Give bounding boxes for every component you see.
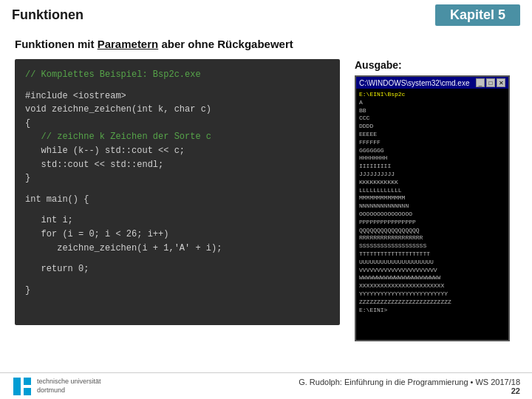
terminal-output-line: QQQQQQQQQQQQQQQQQ [359, 227, 505, 235]
tu-name: technische universität dortmund [37, 378, 101, 395]
terminal-footer-path: E:\EINI> [359, 307, 505, 315]
code-line: } [25, 284, 330, 298]
terminal-output-line: PPPPPPPPPPPPPPPP [359, 219, 505, 227]
terminal-title: C:\WINDOWS\system32\cmd.exe [359, 79, 469, 87]
code-line: int i; [25, 214, 330, 228]
tu-name-line1: technische universität [37, 378, 101, 386]
code-line: { [25, 117, 330, 131]
code-line: while (k--) std::cout << c; [25, 144, 330, 158]
terminal-output-line: UUUUUUUUUUUUUUUUUUUUU [359, 259, 505, 267]
tu-logo-icon [12, 376, 33, 397]
terminal-window: C:\WINDOWS\system32\cmd.exe _ □ ✕ E:\EIN… [355, 75, 510, 341]
right-panel: Ausgabe: C:\WINDOWS\system32\cmd.exe _ □… [355, 59, 517, 341]
terminal-output-line: OOOOOOOOOOOOOOO [359, 211, 505, 219]
page-title: Funktionen [12, 7, 83, 23]
terminal-output-line: YYYYYYYYYYYYYYYYYYYYYYYYY [359, 290, 505, 299]
footer-bar: technische universität dortmund G. Rudol… [0, 372, 532, 399]
terminal-output-line: GGGGGGG [359, 147, 505, 155]
terminal-path: E:\EINI\Bsp2c [359, 91, 405, 98]
terminal-output-line: XXXXXXXXXXXXXXXXXXXXXXXX [359, 282, 505, 290]
terminal-titlebar: C:\WINDOWS\system32\cmd.exe _ □ ✕ [356, 77, 508, 89]
main-content: Funktionen mit Parametern aber ohne Rück… [0, 30, 532, 349]
terminal-path-line: E:\EINI\Bsp2c [359, 91, 505, 99]
section-subtitle: Funktionen mit Parametern aber ohne Rück… [15, 38, 517, 50]
terminal-output-line: WWWWWWWWWWWWWWWWWWWWWWW [359, 274, 505, 282]
course-label: G. Rudolph: Einführung in die Programmie… [299, 378, 520, 386]
footer-course-info: G. Rudolph: Einführung in die Programmie… [299, 378, 520, 395]
svg-rect-3 [24, 388, 31, 395]
code-line: // zeichne k Zeichen der Sorte c [25, 130, 330, 144]
subtitle-underlined: Parametern [98, 38, 159, 50]
terminal-output-line: BB [359, 107, 505, 115]
header: Funktionen Kapitel 5 [0, 0, 532, 30]
code-line: } [25, 171, 330, 185]
terminal-output-line: LLLLLLLLLLLL [359, 187, 505, 195]
terminal-output-line: DDDD [359, 123, 505, 131]
terminal-output-line: NNNNNNNNNNNNNN [359, 202, 505, 211]
code-line: return 0; [25, 262, 330, 276]
terminal-output-line: ZZZZZZZZZZZZZZZZZZZZZZZZZZ [359, 299, 505, 307]
code-line: #include <iostream> [25, 89, 330, 103]
terminal-output-line: HHHHHHHH [359, 154, 505, 163]
terminal-output-line: TTTTTTTTTTTTTTTTTTTT [359, 250, 505, 259]
minimize-button[interactable]: _ [476, 78, 485, 87]
terminal-controls: _ □ ✕ [476, 78, 505, 87]
svg-rect-1 [13, 378, 21, 395]
code-line: for (i = 0; i < 26; i++) [25, 228, 330, 242]
terminal-output-line: IIIIIIIII [359, 163, 505, 171]
close-button[interactable]: ✕ [497, 78, 505, 87]
tu-logo: technische universität dortmund [12, 376, 101, 397]
page-number: 22 [299, 386, 520, 395]
terminal-output-line: MMMMMMMMMMMMM [359, 194, 505, 202]
content-row: // Komplettes Beispiel: Bsp2c.exe #inclu… [15, 59, 517, 341]
subtitle-prefix: Funktionen mit [15, 38, 95, 50]
code-line: zeichne_zeichen(i + 1,'A' + i); [25, 242, 330, 256]
ausgabe-label: Ausgabe: [355, 59, 517, 71]
code-block: // Komplettes Beispiel: Bsp2c.exe #inclu… [15, 59, 340, 325]
subtitle-suffix: aber ohne Rückgabewert [161, 38, 293, 50]
code-filename: // Komplettes Beispiel: Bsp2c.exe [25, 68, 330, 82]
terminal-output-line: JJJJJJJJJJ [359, 171, 505, 179]
code-line: std::cout << std::endl; [25, 158, 330, 172]
code-line: int main() { [25, 193, 330, 207]
terminal-output-line: CCC [359, 115, 505, 123]
terminal-output-line: VVVVVVVVVVVVVVVVVVVVVV [359, 267, 505, 275]
maximize-button[interactable]: □ [486, 78, 495, 87]
terminal-body: E:\EINI\Bsp2c A BB CCC DDDD EEEEE FFFFFF… [356, 89, 508, 340]
terminal-output-line: FFFFFF [359, 139, 505, 147]
terminal-output-line: A [359, 99, 505, 107]
terminal-output-line: RRRRRRRRRRRRRRRRRR [359, 234, 505, 242]
svg-rect-2 [24, 378, 31, 385]
chapter-badge: Kapitel 5 [435, 4, 520, 26]
terminal-output-line: EEEEE [359, 131, 505, 139]
tu-name-line2: dortmund [37, 386, 101, 395]
terminal-output-line: SSSSSSSSSSSSSSSSSSS [359, 242, 505, 250]
code-line: void zeichne_zeichen(int k, char c) [25, 103, 330, 117]
terminal-output-line: KKKKKKKKKKK [359, 179, 505, 187]
